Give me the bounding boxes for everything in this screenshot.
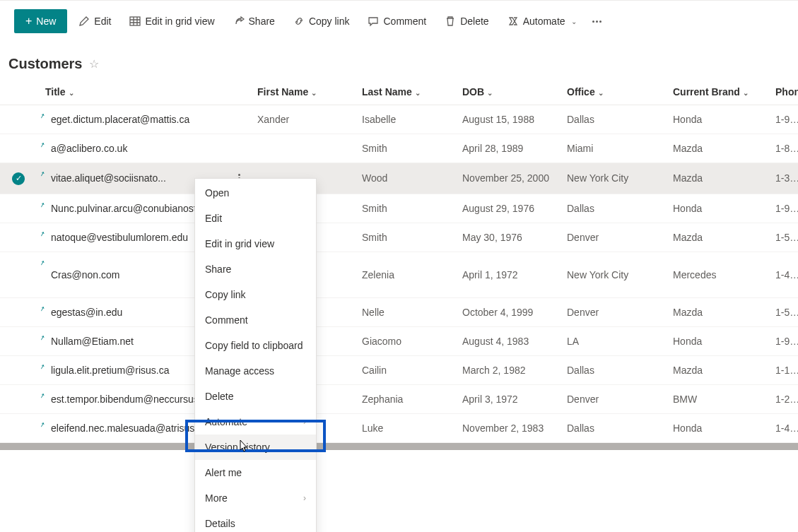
table-row[interactable]: Nullam@Etiam.netGiacomoAugust 4, 1983LAH… (0, 326, 798, 355)
context-menu-item[interactable]: Version history (195, 435, 316, 450)
overflow-button[interactable] (588, 20, 606, 23)
cell-last-name: Cailin (353, 355, 454, 384)
table-row[interactable]: ligula.elit.pretium@risus.caCailinMarch … (0, 355, 798, 384)
row-select-cell[interactable] (0, 105, 37, 134)
context-menu-item-label: Manage access (205, 365, 274, 377)
chevron-down-icon: ⌄ (743, 89, 749, 97)
trash-icon (445, 16, 456, 27)
plus-icon: + (25, 15, 32, 28)
cell-last-name: Smith (353, 223, 454, 252)
table-row[interactable]: eget.dictum.placerat@mattis.caXanderIsab… (0, 105, 798, 134)
row-select-cell[interactable] (0, 194, 37, 223)
context-menu-item-label: Edit (205, 213, 222, 224)
edit-button-label: Edit (94, 16, 111, 27)
cell-last-name: Smith (353, 134, 454, 163)
edit-grid-button[interactable]: Edit in grid view (122, 11, 221, 31)
comment-button[interactable]: Comment (360, 11, 433, 31)
context-menu-item-label: Copy field to clipboard (205, 340, 303, 351)
chevron-down-icon: ⌄ (571, 18, 577, 25)
context-menu-item[interactable]: Edit in grid view (195, 231, 316, 256)
cell-brand: Mazda (664, 297, 767, 326)
row-select-cell[interactable] (0, 413, 37, 442)
copy-link-button[interactable]: Copy link (286, 11, 357, 31)
context-menu-item[interactable]: Automate› (195, 409, 316, 435)
column-office[interactable]: Office⌄ (558, 79, 664, 105)
context-menu-item[interactable]: Comment (195, 307, 316, 333)
row-select-cell[interactable] (0, 223, 37, 252)
context-menu-item[interactable]: Open (195, 180, 316, 206)
context-menu-item-label: Version history (205, 442, 270, 450)
row-select-cell[interactable] (0, 355, 37, 384)
new-button[interactable]: + New (14, 9, 67, 33)
table-row[interactable]: a@aclibero.co.ukSmithApril 28, 1989Miami… (0, 134, 798, 163)
cell-title[interactable]: eget.dictum.placerat@mattis.ca (37, 105, 249, 134)
table-row[interactable]: est.tempor.bibendum@neccursusZephaniaApr… (0, 384, 798, 413)
context-menu-item[interactable]: Copy field to clipboard (195, 333, 316, 358)
flow-icon (507, 16, 519, 27)
cell-brand: Honda (664, 326, 767, 355)
cell-phone: 1-995- (767, 105, 798, 134)
cell-brand: Mazda (664, 223, 767, 252)
cell-dob: August 15, 1988 (454, 105, 558, 134)
cell-office: LA (558, 326, 664, 355)
cell-dob: August 4, 1983 (454, 326, 558, 355)
column-select[interactable] (0, 79, 37, 105)
column-last-name[interactable]: Last Name⌄ (353, 79, 454, 105)
context-menu-item[interactable]: Edit (195, 206, 316, 231)
table-row[interactable]: egestas@in.eduNelleOctober 4, 1999Denver… (0, 297, 798, 326)
context-menu-item[interactable]: Share (195, 256, 316, 282)
column-first-name[interactable]: First Name⌄ (249, 79, 353, 105)
chevron-down-icon: ⌄ (415, 89, 421, 97)
cell-last-name: Isabelle (353, 105, 454, 134)
cell-title[interactable]: a@aclibero.co.uk (37, 134, 249, 163)
context-menu: OpenEditEdit in grid viewShareCopy linkC… (194, 178, 317, 450)
cell-phone: 1-987- (767, 326, 798, 355)
row-select-cell[interactable]: ✓ (0, 163, 37, 194)
share-button[interactable]: Share (226, 11, 282, 31)
cell-brand: Honda (664, 194, 767, 223)
table-row[interactable]: Nunc.pulvinar.arcu@conubianostrSmithAugu… (0, 194, 798, 223)
grid-icon (129, 16, 141, 27)
table-row[interactable]: natoque@vestibulumlorem.eduSmithMay 30, … (0, 223, 798, 252)
data-grid: Title⌄ First Name⌄ Last Name⌄ DOB⌄ Offic… (0, 79, 798, 443)
share-icon (233, 16, 245, 27)
row-select-cell[interactable] (0, 134, 37, 163)
delete-button[interactable]: Delete (438, 11, 495, 31)
cell-brand: Mazda (664, 163, 767, 194)
context-menu-item-label: Edit in grid view (205, 238, 274, 249)
cell-brand: Mazda (664, 134, 767, 163)
table-row[interactable]: Cras@non.comZeleniaApril 1, 1972New York… (0, 252, 798, 297)
column-dob[interactable]: DOB⌄ (454, 79, 558, 105)
cell-office: Miami (558, 134, 664, 163)
column-phone[interactable]: Phon (767, 79, 798, 105)
copy-link-label: Copy link (309, 16, 350, 27)
delete-label: Delete (460, 16, 488, 27)
cell-dob: May 30, 1976 (454, 223, 558, 252)
row-select-cell[interactable] (0, 384, 37, 413)
context-menu-item-label: Automate (205, 416, 247, 427)
edit-button[interactable]: Edit (71, 11, 118, 31)
row-select-cell[interactable] (0, 326, 37, 355)
column-brand[interactable]: Current Brand⌄ (664, 79, 767, 105)
row-select-cell[interactable] (0, 297, 37, 326)
context-menu-item[interactable]: Manage access (195, 358, 316, 384)
context-menu-item[interactable]: Delete (195, 384, 316, 409)
cell-office: Dallas (558, 194, 664, 223)
chevron-down-icon: ⌄ (598, 89, 604, 97)
automate-button[interactable]: Automate ⌄ (500, 11, 584, 31)
comment-icon (368, 16, 379, 27)
table-row[interactable]: eleifend.nec.malesuada@atrisus.cLukeNove… (0, 413, 798, 442)
row-select-cell[interactable] (0, 252, 37, 297)
cell-dob: November 2, 1983 (454, 413, 558, 442)
cell-phone: 1-481- (767, 252, 798, 297)
cell-phone: 1-965- (767, 194, 798, 223)
cell-last-name: Zephania (353, 384, 454, 413)
column-title[interactable]: Title⌄ (37, 79, 249, 105)
cell-office: Denver (558, 297, 664, 326)
cell-office: New York City (558, 163, 664, 194)
table-row[interactable]: ✓vitae.aliquet@sociisnato...WoodNovember… (0, 163, 798, 194)
cell-office: Dallas (558, 105, 664, 134)
context-menu-item[interactable]: Copy link (195, 282, 316, 307)
favorite-star-icon[interactable]: ☆ (89, 57, 99, 71)
context-menu-item-label: Open (205, 187, 229, 199)
